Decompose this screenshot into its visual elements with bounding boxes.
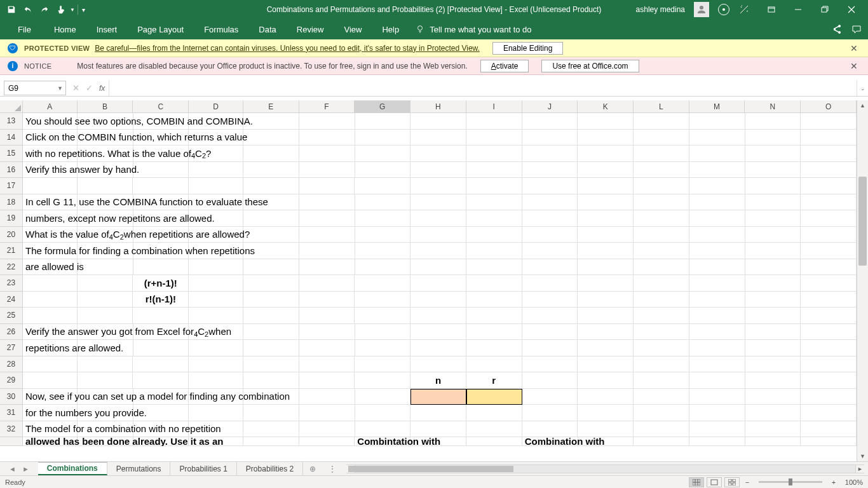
cell-A20[interactable]: What is the value of 4C2 when repetition… (23, 227, 78, 243)
cell-K16[interactable] (578, 162, 634, 179)
ribbon-display-icon[interactable] (759, 2, 784, 17)
cell-K13[interactable] (578, 113, 634, 130)
cell-A29[interactable] (23, 372, 78, 389)
formula-expand-icon[interactable]: ⌄ (857, 80, 868, 96)
scroll-up-icon[interactable]: ▲ (857, 100, 868, 111)
undo-icon[interactable] (20, 2, 36, 17)
cell-M21[interactable] (689, 243, 745, 259)
cell-B24[interactable] (78, 292, 133, 308)
cell-L26[interactable] (634, 324, 689, 341)
cell-M13[interactable] (689, 113, 745, 130)
cell-M23[interactable] (689, 275, 745, 292)
cell-F26[interactable] (299, 324, 355, 341)
cell-H13[interactable] (410, 113, 466, 130)
formula-enter-icon[interactable]: ✓ (86, 83, 93, 93)
cell-F13[interactable] (299, 113, 355, 130)
cell-O33[interactable] (801, 437, 857, 446)
scroll-right-icon[interactable]: ► (855, 465, 864, 473)
cell-E16[interactable] (243, 162, 299, 179)
protected-message[interactable]: Be careful—files from the Internet can c… (95, 44, 480, 53)
close-notice-bar[interactable]: ✕ (848, 61, 860, 71)
touch-mode-icon[interactable] (53, 2, 69, 17)
ribbon-tab-insert[interactable]: Insert (86, 19, 128, 39)
cell-O18[interactable] (801, 194, 857, 211)
row-header[interactable]: 28 (0, 356, 23, 373)
cell-N30[interactable] (745, 389, 801, 405)
enable-editing-button[interactable]: Enable Editing (492, 42, 563, 55)
cell-D22[interactable] (189, 259, 243, 276)
cell-K22[interactable] (578, 259, 634, 276)
cell-M20[interactable] (689, 227, 745, 243)
close-protected-bar[interactable]: ✕ (848, 43, 860, 53)
maximize-button[interactable] (812, 2, 837, 17)
cell-N27[interactable] (745, 340, 801, 356)
cell-E25[interactable] (243, 308, 299, 324)
cell-G23[interactable] (355, 275, 410, 292)
zoom-out-button[interactable]: − (742, 478, 752, 486)
cell-O32[interactable] (801, 421, 857, 438)
select-all-corner[interactable] (0, 100, 23, 112)
cell-J23[interactable] (522, 275, 578, 292)
cell-I24[interactable] (466, 292, 522, 308)
cell-O25[interactable] (801, 308, 857, 324)
cell-H18[interactable] (410, 194, 466, 211)
ribbon-tab-page-layout[interactable]: Page Layout (127, 19, 194, 39)
cell-C24[interactable]: r!(n-1)! (133, 292, 189, 308)
cell-I14[interactable] (466, 130, 522, 146)
zoom-level[interactable]: 100% (845, 478, 863, 486)
cell-I20[interactable] (466, 227, 522, 243)
cell-F25[interactable] (299, 308, 355, 324)
cell-J16[interactable] (522, 162, 578, 179)
cell-E17[interactable] (243, 178, 299, 194)
cell-I16[interactable] (466, 162, 522, 179)
cell-H31[interactable] (410, 405, 466, 421)
cell-L15[interactable] (634, 146, 689, 162)
cell-M32[interactable] (689, 421, 745, 438)
cell-M22[interactable] (689, 259, 745, 276)
cell-N21[interactable] (745, 243, 801, 259)
cell-N32[interactable] (745, 421, 801, 438)
cell-J15[interactable] (522, 146, 578, 162)
cell-A24[interactable] (23, 292, 78, 308)
cell-O14[interactable] (801, 130, 857, 146)
cell-M33[interactable] (689, 437, 745, 446)
cell-F32[interactable] (299, 421, 355, 438)
cell-N22[interactable] (745, 259, 801, 276)
cell-G25[interactable] (355, 308, 410, 324)
cell-H20[interactable] (410, 227, 466, 243)
cell-J29[interactable] (522, 372, 578, 389)
cell-N29[interactable] (745, 372, 801, 389)
ribbon-tab-data[interactable]: Data (248, 19, 286, 39)
cell-O31[interactable] (801, 405, 857, 421)
cell-F17[interactable] (299, 178, 355, 194)
cell-L21[interactable] (634, 243, 689, 259)
row-header[interactable]: 32 (0, 421, 23, 438)
cell-C16[interactable] (133, 162, 189, 179)
page-layout-view-button[interactable] (707, 477, 722, 487)
cell-I21[interactable] (466, 243, 522, 259)
cell-N28[interactable] (745, 356, 801, 373)
cell-H22[interactable] (410, 259, 466, 276)
cell-O16[interactable] (801, 162, 857, 179)
cell-G22[interactable] (355, 259, 411, 276)
cell-D17[interactable] (189, 178, 243, 194)
cell-I22[interactable] (466, 259, 522, 276)
formula-cancel-icon[interactable]: ✕ (72, 83, 79, 93)
activate-button[interactable]: Activate (480, 60, 529, 72)
cell-M17[interactable] (689, 178, 745, 194)
cell-L13[interactable] (634, 113, 689, 130)
cell-F16[interactable] (299, 162, 355, 179)
cell-F21[interactable] (299, 243, 355, 259)
name-box-dropdown-icon[interactable]: ▼ (57, 85, 63, 92)
cell-F19[interactable] (299, 210, 355, 227)
vertical-scrollbar[interactable]: ▲ ▼ (857, 100, 868, 461)
cell-M15[interactable] (689, 146, 745, 162)
column-header-J[interactable]: J (522, 100, 578, 112)
hscroll-thumb[interactable] (348, 466, 513, 472)
cell-J31[interactable] (522, 405, 578, 421)
redo-icon[interactable] (37, 2, 52, 17)
cell-E20[interactable] (243, 227, 299, 243)
cell-G15[interactable] (355, 146, 411, 162)
cell-B22[interactable] (78, 259, 133, 276)
cell-B25[interactable] (78, 308, 133, 324)
